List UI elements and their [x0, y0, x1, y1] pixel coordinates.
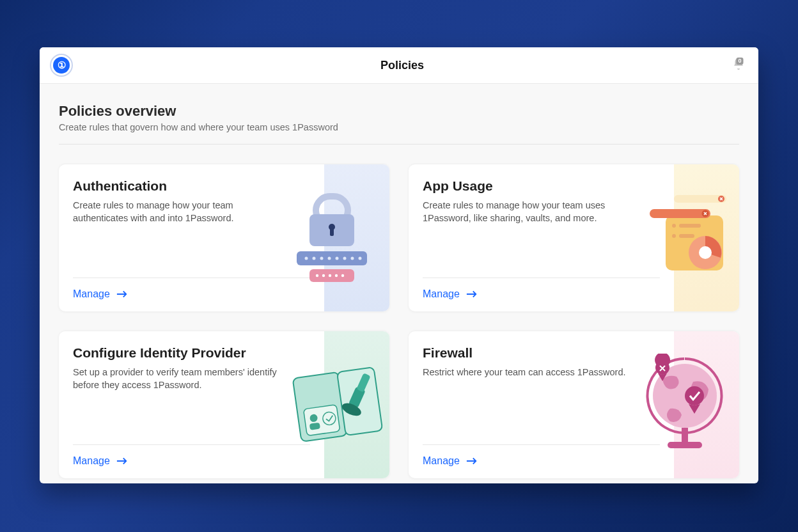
passport-icon	[281, 331, 389, 478]
app-header: ① Policies 0	[40, 47, 758, 84]
notifications-button[interactable]: 0	[731, 57, 748, 74]
svg-rect-41	[668, 442, 702, 448]
card-title: Authentication	[73, 178, 310, 194]
card-description: Create rules to manage how your team aut…	[73, 199, 284, 225]
card-divider	[423, 444, 660, 445]
card-divider	[73, 278, 310, 278]
manage-label: Manage	[73, 455, 110, 467]
svg-point-10	[343, 257, 347, 260]
arrow-right-icon	[466, 290, 478, 299]
card-description: Restrict where your team can access 1Pas…	[423, 366, 634, 379]
chart-icon	[630, 164, 739, 311]
svg-point-14	[316, 274, 318, 277]
card-title: Firewall	[423, 345, 660, 361]
svg-point-18	[341, 274, 344, 277]
manage-label: Manage	[423, 455, 460, 467]
card-title: App Usage	[423, 178, 660, 194]
card-identity-provider[interactable]: Configure Identity Provider Set up a pro…	[59, 331, 389, 478]
manage-button[interactable]: Manage	[73, 455, 128, 467]
arrow-right-icon	[116, 457, 128, 465]
svg-point-29	[699, 246, 712, 259]
arrow-right-icon	[466, 457, 478, 465]
svg-point-8	[328, 257, 331, 260]
overview-subtitle: Create rules that govern how and where y…	[59, 122, 739, 132]
card-divider	[73, 444, 310, 445]
notifications-badge: 0	[736, 58, 743, 65]
svg-rect-32	[303, 405, 340, 436]
svg-point-16	[329, 274, 331, 277]
svg-rect-27	[679, 234, 694, 238]
globe-icon	[630, 331, 739, 478]
svg-point-9	[336, 257, 339, 260]
svg-point-17	[335, 274, 338, 277]
manage-label: Manage	[423, 288, 460, 300]
page-title: Policies	[380, 59, 424, 72]
svg-point-7	[320, 257, 324, 260]
manage-button[interactable]: Manage	[423, 455, 478, 467]
app-window: ① Policies 0 Policies overview Create ru…	[40, 47, 758, 483]
svg-point-6	[313, 257, 316, 260]
main-content: Policies overview Create rules that gove…	[40, 84, 758, 478]
card-title: Configure Identity Provider	[73, 345, 310, 361]
svg-rect-22	[650, 209, 710, 218]
svg-point-26	[672, 234, 676, 238]
card-authentication[interactable]: Authentication Create rules to manage ho…	[59, 164, 389, 311]
lock-icon	[281, 164, 389, 311]
card-divider	[423, 278, 660, 278]
app-logo-icon[interactable]: ①	[50, 54, 73, 77]
overview-title: Policies overview	[59, 103, 739, 120]
card-description: Set up a provider to verify team members…	[73, 366, 284, 392]
svg-point-24	[672, 224, 676, 228]
svg-point-43	[685, 386, 704, 405]
svg-rect-25	[679, 224, 701, 228]
cards-grid: Authentication Create rules to manage ho…	[59, 164, 739, 478]
card-app-usage[interactable]: App Usage Create rules to manage how you…	[409, 164, 739, 311]
svg-point-12	[359, 257, 362, 260]
svg-rect-3	[330, 228, 334, 236]
manage-button[interactable]: Manage	[73, 288, 128, 300]
svg-point-11	[351, 257, 354, 260]
manage-button[interactable]: Manage	[423, 288, 478, 300]
arrow-right-icon	[116, 290, 128, 299]
svg-rect-40	[682, 428, 688, 442]
svg-point-5	[305, 257, 308, 260]
overview-header: Policies overview Create rules that gove…	[59, 103, 739, 132]
overview-divider	[59, 144, 739, 145]
card-description: Create rules to manage how your team use…	[423, 199, 634, 225]
svg-point-15	[322, 274, 325, 277]
manage-label: Manage	[73, 288, 110, 300]
card-firewall[interactable]: Firewall Restrict where your team can ac…	[409, 331, 739, 478]
